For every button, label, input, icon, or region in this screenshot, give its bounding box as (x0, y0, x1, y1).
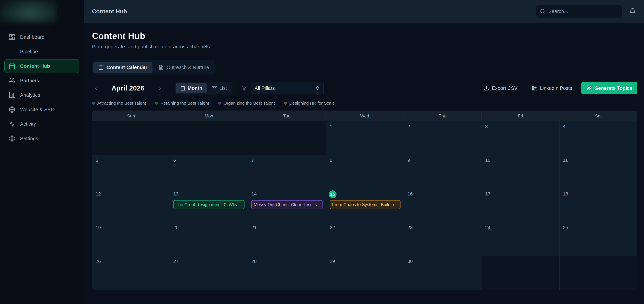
day-row: 22 (330, 225, 400, 233)
calendar-cell[interactable]: 12 (92, 189, 170, 222)
export-csv-button[interactable]: Export CSV (479, 82, 523, 94)
day-number: 8 (330, 157, 332, 163)
day-number: 4 (563, 124, 566, 130)
calendar-cell[interactable]: 1 (326, 121, 404, 155)
event-chip[interactable]: Messy Org Charts, Clear Results... (252, 200, 323, 209)
linkedin-posts-button[interactable]: LinkedIn Posts (527, 82, 577, 94)
day-row: 10 (485, 157, 556, 165)
calendar-cell[interactable]: 29 (326, 256, 404, 290)
calendar-cell[interactable] (560, 256, 637, 290)
calendar-cell[interactable]: 20 (170, 222, 248, 256)
layout-dashboard-icon (8, 34, 15, 40)
pillar-filter-select[interactable]: All Pillars (251, 82, 324, 94)
kanban-icon (8, 48, 15, 55)
sidebar-item-partners[interactable]: Partners (4, 74, 79, 87)
today-badge: 15 (329, 190, 336, 198)
day-row: 23 (408, 225, 478, 233)
calendar-cell[interactable]: 11 (560, 155, 637, 189)
sidebar-item-content-hub[interactable]: Content Hub (4, 59, 79, 73)
day-row: 18 (563, 191, 634, 199)
calendar-cell[interactable] (482, 256, 560, 290)
sidebar-item-activity[interactable]: Activity (4, 117, 79, 131)
tab-label: Content Calendar (106, 65, 148, 70)
calendar-cell[interactable]: 22 (326, 222, 404, 256)
day-number: 27 (173, 259, 178, 264)
calendar-cell[interactable]: 30 (404, 256, 482, 290)
calendar-cell[interactable]: 2 (404, 121, 482, 155)
sidebar-item-pipeline[interactable]: Pipeline (4, 45, 79, 58)
calendar-cell[interactable]: 4 (560, 121, 637, 155)
search-box[interactable] (536, 5, 622, 17)
calendar-cell[interactable] (92, 121, 170, 155)
calendar-cell[interactable]: 10 (482, 155, 560, 189)
calendar-cell[interactable]: 19 (92, 222, 170, 256)
calendar-cell[interactable]: 17 (482, 189, 560, 222)
sidebar-item-website-seo[interactable]: Website & SEO (4, 103, 79, 116)
day-row: 13 (173, 191, 244, 199)
day-row: 30 (408, 259, 478, 266)
legend-item-designing: Designing HR for Scale (284, 101, 335, 106)
calendar-cell[interactable] (248, 121, 326, 155)
chevron-right-icon (157, 85, 162, 91)
day-row: 12 (96, 191, 166, 199)
day-row: 20 (173, 225, 244, 233)
day-number: 10 (485, 157, 490, 163)
generate-topics-button[interactable]: Generate Topics (581, 82, 638, 94)
tab-outreach-nurture[interactable]: Outreach & Nurture (154, 62, 214, 73)
calendar-cell[interactable]: 15From Chaos to Systems: Buildin... (326, 189, 404, 222)
calendar-cell[interactable]: 3 (482, 121, 560, 155)
pillar-filter-value: All Pillars (255, 85, 275, 91)
day-number: 24 (485, 225, 490, 231)
calendar-cell[interactable]: 7 (248, 155, 326, 189)
sidebar-item-label: Settings (20, 136, 38, 141)
calendar-cell[interactable]: 16 (404, 189, 482, 222)
chevron-left-icon (93, 85, 99, 91)
calendar-cell[interactable]: 26 (92, 256, 170, 290)
calendar-cell[interactable]: 8 (326, 155, 404, 189)
day-row: 9 (408, 157, 478, 165)
sidebar-item-dashboard[interactable]: Dashboard (4, 30, 79, 44)
calendar-icon (180, 86, 185, 91)
button-label: Generate Topics (594, 85, 632, 91)
day-number: 14 (252, 191, 257, 197)
calendar-cell[interactable] (170, 121, 248, 155)
sidebar-item-analytics[interactable]: Analytics (4, 88, 79, 102)
legend-label: Retaining the Best Talent (160, 101, 209, 106)
notifications-button[interactable] (629, 8, 636, 15)
sidebar-item-settings[interactable]: Settings (4, 132, 79, 145)
calendar-cell[interactable]: 24 (482, 222, 560, 256)
calendar-cell[interactable]: 25 (560, 222, 637, 256)
tab-content-calendar[interactable]: Content Calendar (93, 62, 152, 73)
calendar-toolbar: April 2026 Month List All Pillars (92, 82, 638, 95)
topbar-title: Content Hub (92, 8, 127, 15)
day-number: 17 (485, 191, 490, 197)
calendar-cell[interactable]: 6 (170, 155, 248, 189)
calendar-cell[interactable]: 13The Great Resignation 2.0: Why ... (170, 189, 248, 222)
sidebar-item-label: Website & SEO (20, 107, 55, 112)
event-chip[interactable]: From Chaos to Systems: Buildin... (330, 200, 400, 209)
calendar-cell[interactable]: 21 (248, 222, 326, 256)
file-text-icon (158, 65, 164, 70)
next-month-button[interactable] (156, 84, 164, 92)
sidebar-item-label: Analytics (20, 92, 40, 98)
calendar-cell[interactable]: 28 (248, 256, 326, 290)
day-number: 13 (173, 191, 178, 197)
calendar-cell[interactable]: 9 (404, 155, 482, 189)
calendar-cell[interactable]: 23 (404, 222, 482, 256)
calendar-icon (8, 63, 15, 69)
calendar-cell[interactable]: 27 (170, 256, 248, 290)
day-number: 26 (96, 259, 101, 264)
search-input[interactable] (548, 8, 618, 14)
view-month-button[interactable]: Month (176, 83, 207, 93)
view-label: List (219, 85, 227, 91)
day-row: 11 (563, 157, 634, 165)
calendar-cell[interactable]: 5 (92, 155, 170, 189)
calendar-cell[interactable]: 18 (560, 189, 637, 222)
view-list-button[interactable]: List (208, 83, 231, 93)
event-chip[interactable]: The Great Resignation 2.0: Why ... (173, 200, 244, 209)
legend-item-attracting: Attracting the Best Talent (92, 101, 146, 106)
day-number: 9 (408, 157, 410, 163)
prev-month-button[interactable] (92, 84, 100, 92)
legend-item-retaining: Retaining the Best Talent (155, 101, 209, 106)
calendar-cell[interactable]: 14Messy Org Charts, Clear Results... (248, 189, 326, 222)
